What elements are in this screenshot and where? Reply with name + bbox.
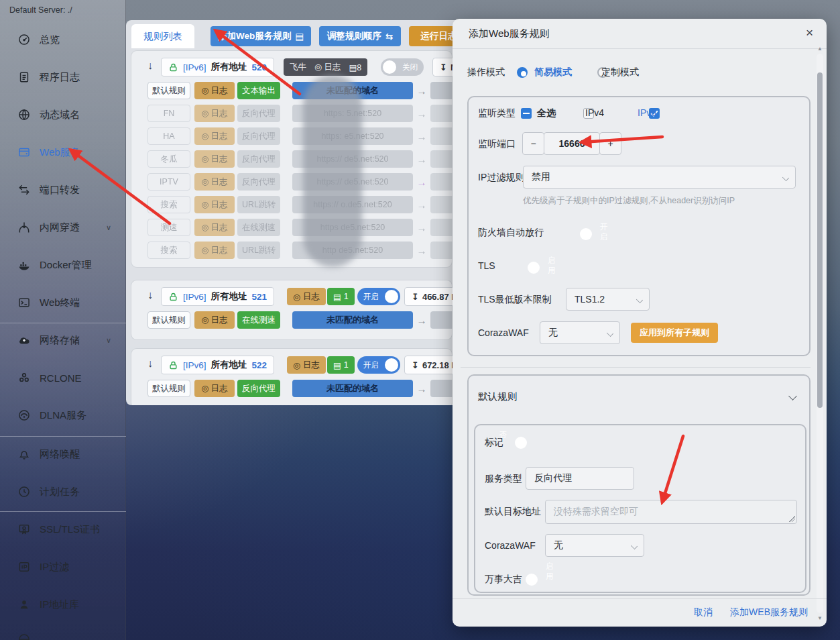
select-all-label[interactable]: 全选 (537, 107, 556, 119)
modal-scrollbar[interactable]: ▲ ▼ (817, 54, 823, 613)
service-type-badge[interactable]: 文本输出 (237, 82, 280, 99)
apply-all-subrules-button[interactable]: 应用到所有子规则 (631, 323, 718, 343)
chevron-down-icon[interactable] (788, 392, 797, 401)
rule-name-button[interactable]: 默认规则 (147, 82, 190, 99)
sidebar-item-Docker管理[interactable]: Docker管理 (0, 257, 126, 273)
service-type-badge[interactable]: 反向代理 (237, 380, 280, 397)
sidebar-item-网络存储[interactable]: 网络存储∨ (0, 332, 126, 348)
sidebar-item-SSL/TLS证书[interactable]: SSL/TLS证书 (0, 521, 126, 537)
add-web-rule-button[interactable]: 添加Web服务规则 ▤ (211, 26, 311, 46)
group-enable-toggle[interactable]: 开启 (357, 288, 400, 305)
service-type-badge[interactable]: 在线测速 (237, 311, 280, 329)
service-type-badge[interactable]: 反向代理 (237, 150, 280, 168)
log-badge[interactable]: ◎ 日志 (194, 127, 235, 145)
log-badge[interactable]: ◎日志 (287, 356, 326, 374)
coraza-select[interactable]: 无 (540, 321, 620, 344)
rule-name-button[interactable]: FN (147, 105, 190, 122)
rule-row: FN◎ 日志反向代理https: 5.net:520→http:// (131, 105, 452, 122)
log-badge[interactable]: ◎ 日志 (194, 82, 235, 99)
default-target-textarea[interactable]: 没特殊需求留空即可 (545, 500, 797, 524)
sidebar-item-DLNA服务[interactable]: DLNA服务 (0, 407, 126, 423)
service-type-badge[interactable]: URL跳转 (237, 242, 280, 259)
sidebar-item-RCLONE[interactable]: RCLONE (0, 370, 126, 386)
port-minus-button[interactable]: − (522, 132, 544, 155)
simple-mode-label[interactable]: 简易模式 (534, 66, 572, 78)
group-listen-address[interactable]: [IPv6] 所有地址 522 (161, 356, 274, 374)
domain-button[interactable]: 未匹配的域名 (292, 311, 413, 329)
rule-name-button[interactable]: IPTV (147, 173, 190, 191)
log-badge[interactable]: ◎ 日志 (194, 173, 235, 191)
resize-handle[interactable] (789, 516, 795, 522)
sidebar-item-计划任务[interactable]: 计划任务 (0, 484, 126, 500)
rule-name-button[interactable]: 冬瓜 (147, 150, 190, 168)
ipv4-label[interactable]: IPv4 (585, 107, 604, 118)
group-listen-address[interactable]: [IPv6] 所有地址 521 (161, 287, 274, 306)
scrollbar-thumb[interactable] (817, 72, 823, 408)
sidebar-item-程序日志[interactable]: 程序日志 (0, 69, 126, 85)
submit-button[interactable]: 添加WEB服务规则 (730, 606, 808, 619)
doc-count-badge[interactable]: ▤1 (327, 356, 355, 374)
scroll-up-icon[interactable]: ▲ (817, 46, 823, 52)
collapse-arrow-icon[interactable]: ↓ (147, 358, 153, 370)
log-badge[interactable]: ◎日志 (287, 288, 326, 305)
toggle-knob (385, 358, 398, 372)
log-badge[interactable]: ◎ 日志 (194, 219, 235, 236)
log-badge[interactable]: ◎ 日志 (194, 380, 235, 397)
rule-name-button[interactable]: 默认规则 (147, 311, 190, 329)
sidebar-item-label: 总览 (40, 34, 60, 46)
log-badge[interactable]: ◎ 日志 (194, 150, 235, 168)
log-badge[interactable]: ◎ 日志 (194, 311, 235, 329)
log-badge[interactable]: ◎ 日志 (194, 242, 235, 259)
group-enable-toggle[interactable]: 开启 (357, 356, 400, 374)
service-type-badge[interactable]: 反向代理 (237, 105, 280, 122)
app-window: 规则列表 添加Web服务规则 ▤ 调整规则顺序 ⇆ 运行日志 ▤ ↓ [IPv6… (0, 0, 840, 640)
rule-name-button[interactable]: 测速 (147, 219, 190, 236)
sidebar-item-Web终端[interactable]: Web终端 (0, 295, 126, 311)
sidebar-item-Web服务[interactable]: Web服务 (0, 144, 126, 160)
log-badge[interactable]: ◎ 日志 (194, 196, 235, 213)
group-listen-address[interactable]: [IPv6] 所有地址 520 (161, 58, 274, 76)
sidebar-item-IP地址库[interactable]: IP地址库 (0, 596, 126, 612)
sidebar-item-端口转发[interactable]: 端口转发 (0, 182, 126, 198)
run-log-button[interactable]: 运行日志 ▤ (409, 26, 456, 46)
domain-button[interactable]: 未匹配的域名 (292, 380, 413, 397)
rule-name-button[interactable]: 搜索 (147, 196, 190, 213)
service-type-badge[interactable]: 在线测速 (237, 219, 280, 236)
sidebar-item-动态域名[interactable]: 动态域名 (0, 107, 126, 123)
toggle-label: 开启 (363, 288, 379, 305)
collapse-arrow-icon[interactable]: ↓ (147, 60, 153, 72)
sidebar-item-IP过滤[interactable]: IP过滤 (0, 559, 126, 575)
reorder-rules-button[interactable]: 调整规则顺序 ⇆ (319, 26, 401, 46)
service-type-badge[interactable]: 反向代理 (237, 173, 280, 191)
close-icon[interactable]: × (806, 25, 813, 40)
log-badge[interactable]: ◎ 日志 (194, 105, 235, 122)
doc-count-badge[interactable]: ▤1 (327, 288, 355, 305)
custom-mode-label[interactable]: 定制模式 (601, 66, 639, 78)
service-type-badge[interactable]: URL跳转 (237, 196, 280, 213)
port-input[interactable]: 16666 (544, 132, 600, 155)
collapse-arrow-icon[interactable]: ↓ (147, 289, 153, 301)
radio-simple-mode[interactable] (517, 67, 528, 78)
port-plus-button[interactable]: + (599, 132, 621, 155)
service-type-select[interactable]: 反向代理 (526, 467, 634, 490)
tls-min-select[interactable]: TLS1.2 (566, 288, 650, 311)
rule-name-button[interactable]: HA (147, 127, 190, 145)
sidebar-item-label: SSL/TLS证书 (40, 523, 100, 536)
arrow-right-icon: → (416, 173, 428, 191)
sidebar-item-内网穿透[interactable]: 内网穿透∨ (0, 219, 126, 235)
rule-name-button[interactable]: 搜索 (147, 242, 190, 259)
cancel-button[interactable]: 取消 (694, 606, 713, 619)
group-enable-toggle[interactable]: 关闭 (381, 58, 424, 76)
listen-port: 521 (252, 292, 267, 302)
coraza2-select[interactable]: 无 (545, 534, 644, 557)
privacy-blur (303, 75, 362, 267)
sidebar-item-总览[interactable]: 总览 (0, 32, 126, 48)
service-type-badge[interactable]: 反向代理 (237, 127, 280, 145)
checkbox-select-all[interactable] (521, 108, 532, 119)
sidebar-item-partial[interactable] (0, 631, 126, 640)
tab-rule-list[interactable]: 规则列表 (131, 24, 194, 48)
ip-filter-select[interactable]: 禁用 (523, 166, 796, 189)
rule-name-button[interactable]: 默认规则 (147, 380, 190, 397)
ipv6-label[interactable]: IPv6 (638, 107, 656, 118)
sidebar-item-网络唤醒[interactable]: 网络唤醒 (0, 446, 126, 462)
